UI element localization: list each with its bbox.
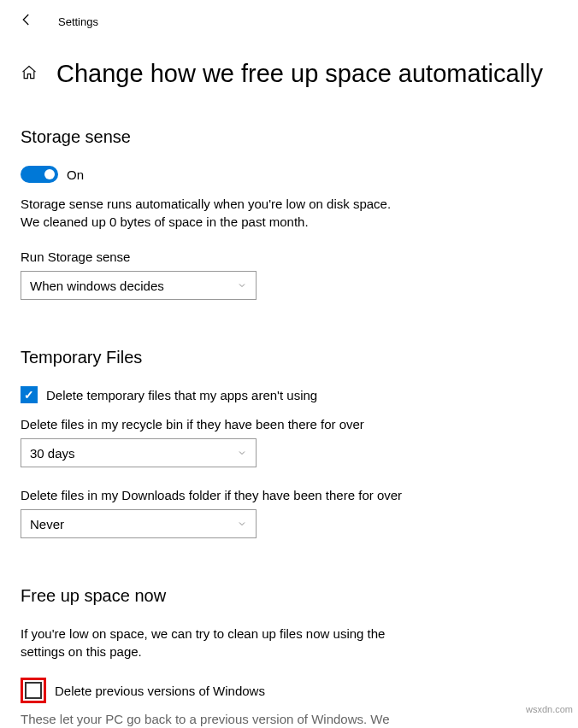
recycle-bin-value: 30 days	[30, 446, 75, 461]
recycle-bin-select[interactable]: 30 days	[21, 438, 257, 467]
chevron-down-icon	[237, 279, 247, 293]
free-up-space-heading: Free up space now	[21, 586, 557, 606]
storage-sense-toggle-label: On	[67, 167, 84, 182]
watermark: wsxdn.com	[526, 704, 573, 714]
temporary-files-heading: Temporary Files	[21, 348, 557, 367]
chevron-down-icon	[237, 446, 247, 461]
run-storage-sense-value: When windows decides	[30, 279, 164, 293]
page-title: Change how we free up space automaticall…	[56, 60, 543, 88]
downloads-value: Never	[30, 517, 64, 531]
storage-sense-toggle[interactable]	[21, 166, 58, 183]
delete-previous-versions-label: Delete previous versions of Windows	[55, 684, 265, 698]
delete-previous-versions-checkbox[interactable]	[25, 682, 42, 699]
downloads-select[interactable]: Never	[21, 509, 257, 538]
free-up-space-desc: If you're low on space, we can try to cl…	[21, 625, 414, 660]
highlight-annotation	[21, 678, 46, 703]
delete-temp-files-checkbox[interactable]	[21, 386, 38, 403]
downloads-label: Delete files in my Downloads folder if t…	[21, 488, 557, 502]
storage-sense-heading: Storage sense	[21, 127, 557, 147]
delete-temp-files-label: Delete temporary files that my apps aren…	[46, 388, 317, 402]
free-up-space-note: These let your PC go back to a previous …	[21, 710, 414, 728]
recycle-bin-label: Delete files in my recycle bin if they h…	[21, 417, 557, 432]
back-button[interactable]	[19, 12, 34, 31]
run-storage-sense-select[interactable]: When windows decides	[21, 271, 257, 300]
home-icon[interactable]	[21, 64, 38, 85]
storage-sense-desc2: We cleaned up 0 bytes of space in the pa…	[21, 213, 557, 231]
chevron-down-icon	[237, 517, 247, 531]
window-title: Settings	[58, 15, 98, 28]
storage-sense-desc1: Storage sense runs automatically when yo…	[21, 195, 557, 213]
run-storage-sense-label: Run Storage sense	[21, 250, 557, 264]
